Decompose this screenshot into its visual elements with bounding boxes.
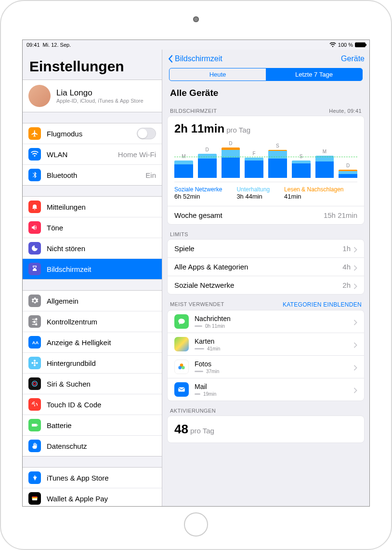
sidebar-item-airplane[interactable]: Flugmodus [23, 123, 162, 144]
devices-button[interactable]: Geräte [341, 54, 365, 63]
svg-point-6 [32, 381, 38, 387]
bell-icon [28, 201, 41, 213]
seg-week[interactable]: Letzte 7 Tage [266, 68, 362, 80]
camera [193, 16, 199, 22]
flower-icon [28, 357, 41, 369]
sidebar-item-privacy[interactable]: Datenschutz [23, 436, 162, 456]
app-row-messages[interactable]: Nachrichten 0h 11min [168, 310, 364, 333]
sidebar-item-control-center[interactable]: Kontrollzentrum [23, 311, 162, 332]
per-day-label: pro Tag [224, 126, 250, 134]
section-timestamp: Heute, 09:41 [329, 108, 362, 114]
gear-icon [28, 295, 41, 307]
chevron-left-icon [167, 54, 174, 63]
wifi-icon [28, 148, 41, 161]
sidebar-item-bluetooth[interactable]: Bluetooth Ein [23, 165, 162, 185]
text-size-icon: AA [28, 336, 41, 349]
status-date: Mi. 12. Sep. [43, 42, 71, 48]
fingerprint-icon [28, 398, 41, 411]
svg-point-7 [33, 382, 36, 385]
home-button[interactable] [184, 512, 208, 537]
sidebar-item-touchid[interactable]: Touch ID & Code [23, 394, 162, 415]
svg-point-14 [182, 366, 185, 369]
svg-rect-11 [32, 496, 38, 497]
speaker-icon [28, 221, 41, 234]
siri-icon [28, 377, 41, 390]
svg-rect-16 [178, 388, 185, 392]
photos-icon [174, 360, 189, 374]
wifi-icon [329, 42, 336, 47]
sidebar-item-general[interactable]: Allgemein [23, 291, 162, 311]
svg-point-5 [36, 362, 38, 364]
hourglass-icon [28, 263, 41, 275]
sidebar-item-battery[interactable]: Batterie [23, 415, 162, 436]
sidebar-item-notifications[interactable]: Mitteilungen [23, 197, 162, 217]
sidebar-item-itunes[interactable]: iTunes & App Store [23, 468, 162, 488]
app-row-photos[interactable]: Fotos 37min [168, 356, 364, 378]
detail-pane: Bildschirmzeit Geräte Heute Letzte 7 Tag… [162, 50, 369, 506]
section-limits: LIMITS [170, 231, 188, 237]
limit-social[interactable]: Soziale Netzwerke 2h [168, 276, 364, 294]
screentime-card: 2h 11min pro Tag MDDFSSMD Soziale Netzwe… [167, 116, 365, 225]
week-total-value: 15h 21min [324, 211, 357, 219]
screentime-chart: MDDFSSMD [174, 141, 357, 178]
section-activations: AKTIVIERUNGEN [170, 408, 216, 414]
chevron-right-icon [353, 341, 357, 347]
status-bar: 09:41 Mi. 12. Sep. 100 % [23, 40, 369, 50]
svg-point-4 [31, 362, 33, 364]
svg-text:AA: AA [32, 340, 39, 345]
profile-row[interactable]: Lia Longo Apple-ID, iCloud, iTunes & App… [23, 80, 162, 112]
show-categories-button[interactable]: KATEGORIEN EINBLENDEN [283, 301, 362, 308]
chevron-right-icon [353, 282, 357, 288]
mail-icon [174, 382, 189, 397]
sidebar-item-dnd[interactable]: Nicht stören [23, 238, 162, 259]
activations-card: 48 pro Tag [167, 416, 365, 443]
appstore-icon [28, 471, 41, 484]
page-title: Alle Geräte [162, 86, 369, 101]
svg-rect-9 [37, 425, 38, 426]
limits-card: Spiele 1h Alle Apps & Kategorien 4h Sozi… [167, 239, 365, 295]
messages-icon [174, 314, 189, 329]
airplane-switch[interactable] [137, 128, 156, 139]
sidebar-item-wallpaper[interactable]: Hintergrundbild [23, 353, 162, 374]
limit-all-apps[interactable]: Alle Apps & Kategorien 4h [168, 258, 364, 276]
moon-icon [28, 242, 41, 255]
svg-point-2 [34, 360, 36, 362]
segmented-control[interactable]: Heute Letzte 7 Tage [169, 68, 363, 81]
svg-point-3 [34, 364, 36, 366]
chevron-right-icon [353, 319, 357, 324]
battery-percent: 100 % [338, 42, 353, 48]
sidebar-item-display[interactable]: AA Anzeige & Helligkeit [23, 332, 162, 353]
hand-icon [28, 440, 41, 452]
sidebar: Einstellungen Lia Longo Apple-ID, iCloud… [23, 50, 162, 506]
svg-rect-12 [32, 497, 38, 498]
battery-icon [28, 419, 41, 431]
battery-icon [355, 42, 366, 47]
legend-reading: Lesen & Nachschlagen [284, 186, 343, 193]
avatar [28, 85, 51, 107]
sidebar-item-wallet[interactable]: Wallet & Apple Pay [23, 488, 162, 506]
sidebar-item-wlan[interactable]: WLAN Home Wi-Fi [23, 144, 162, 165]
sidebar-item-siri[interactable]: Siri & Suchen [23, 374, 162, 394]
section-screentime: BILDSCHIRMZEIT [170, 108, 217, 114]
bluetooth-icon [28, 169, 41, 181]
week-total-label: Woche gesamt [174, 211, 222, 219]
sidebar-item-screentime[interactable]: Bildschirmzeit [23, 259, 162, 279]
status-time: 09:41 [26, 42, 40, 48]
limit-games[interactable]: Spiele 1h [168, 240, 364, 258]
activations-count: 48 [174, 422, 188, 436]
sidebar-item-sounds[interactable]: Töne [23, 217, 162, 238]
app-row-mail[interactable]: Mail 19min [168, 378, 364, 401]
seg-today[interactable]: Heute [170, 68, 266, 80]
svg-point-15 [178, 366, 182, 369]
chevron-right-icon [353, 364, 357, 370]
svg-point-1 [34, 362, 36, 364]
wallet-icon [28, 492, 41, 505]
avg-time: 2h 11min [174, 122, 224, 135]
back-button[interactable]: Bildschirmzeit [167, 54, 222, 63]
maps-icon [174, 337, 189, 351]
svg-rect-8 [32, 424, 37, 426]
profile-name: Lia Longo [56, 88, 144, 98]
airplane-icon [28, 127, 41, 140]
chevron-right-icon [353, 264, 357, 270]
app-row-maps[interactable]: Karten 41min [168, 333, 364, 356]
